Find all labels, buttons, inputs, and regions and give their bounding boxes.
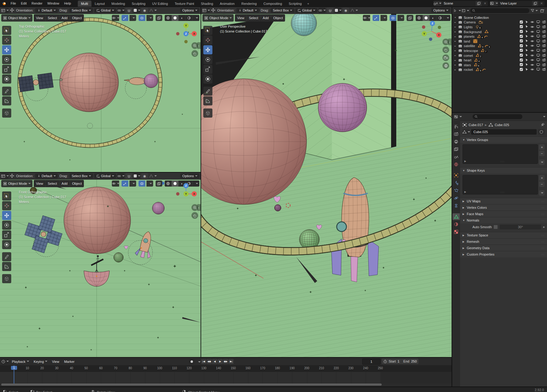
auto-keying-record-button[interactable] bbox=[188, 359, 195, 364]
outliner-row-camera[interactable]: ▸Camera bbox=[452, 20, 547, 25]
outliner-row-land[interactable]: ▸land bbox=[452, 39, 547, 44]
section-header[interactable]: ▶Face Maps:::: bbox=[460, 211, 547, 217]
timeline-menu-view[interactable]: View bbox=[50, 359, 61, 364]
tool-rotate[interactable] bbox=[2, 55, 11, 64]
play-button[interactable]: ▶ bbox=[218, 359, 223, 364]
falloff-dropdown[interactable] bbox=[350, 8, 358, 13]
sphere-object[interactable] bbox=[274, 205, 281, 211]
outliner-row-comet[interactable]: ▸comet2 bbox=[452, 53, 547, 58]
pin-id-icon[interactable] bbox=[541, 123, 545, 127]
swatch-dropdown[interactable] bbox=[335, 8, 341, 13]
checkbox-icon[interactable] bbox=[520, 53, 523, 57]
menu-edit[interactable]: Edit bbox=[19, 1, 29, 6]
expand-arrow-icon[interactable]: ▸ bbox=[455, 40, 458, 43]
properties-tab-scene[interactable] bbox=[452, 153, 460, 160]
scene-selector[interactable]: Scene ✕ bbox=[433, 1, 488, 6]
viewport-front-orthographic[interactable]: Orientation:DefaultDrag:Select BoxGlobal… bbox=[0, 173, 201, 357]
expand-arrow-icon[interactable]: ▸ bbox=[455, 45, 458, 47]
hide-viewport-icon[interactable] bbox=[530, 25, 534, 29]
expand-arrow-icon[interactable]: ▸ bbox=[455, 54, 458, 57]
view-layer-icon[interactable] bbox=[490, 1, 498, 6]
magnet-snap-toggle[interactable] bbox=[126, 8, 132, 13]
tool-add-cube[interactable] bbox=[2, 274, 11, 283]
disable-render-icon[interactable] bbox=[542, 58, 546, 62]
end-frame-field[interactable]: 250 bbox=[411, 359, 417, 363]
workspace-tab-animation[interactable]: Animation bbox=[216, 1, 238, 7]
outliner-row-telescope[interactable]: ▸telescope7 bbox=[452, 48, 547, 53]
workspace-tab-texture-paint[interactable]: Texture Paint bbox=[171, 1, 198, 7]
section-header[interactable]: ▶Vertex Colors:::: bbox=[460, 205, 547, 211]
tool-rotate[interactable] bbox=[2, 221, 11, 230]
scene-unlink-button[interactable]: ✕ bbox=[482, 1, 488, 6]
breadcrumb-object[interactable]: Cube.017 bbox=[469, 123, 483, 127]
scene-copy-button[interactable] bbox=[476, 1, 482, 6]
toggle-perspective-button[interactable] bbox=[442, 62, 449, 69]
proportional-editing-toggle[interactable]: ◉ bbox=[141, 8, 148, 13]
section-header[interactable]: ▶Remesh:::: bbox=[460, 239, 547, 245]
blender-logo-icon[interactable] bbox=[2, 2, 6, 5]
section-header[interactable]: ▶Custom Properties:::: bbox=[460, 251, 547, 257]
snap-target-button[interactable] bbox=[117, 173, 124, 179]
selectable-icon[interactable] bbox=[525, 68, 528, 72]
navigation-gizmo[interactable]: ZXY bbox=[420, 19, 443, 42]
disable-viewport-icon[interactable] bbox=[536, 68, 540, 71]
tool-rotate[interactable] bbox=[203, 55, 212, 64]
new-collection-button[interactable] bbox=[539, 8, 545, 13]
tool-move[interactable] bbox=[2, 45, 11, 54]
properties-tab-render[interactable] bbox=[452, 131, 460, 137]
section-header[interactable]: ▶UV Maps:::: bbox=[460, 198, 547, 204]
disable-render-icon[interactable] bbox=[542, 63, 546, 67]
orientation-dropdown[interactable]: Default bbox=[236, 8, 259, 13]
workspace-tab-modeling[interactable]: Modeling bbox=[108, 1, 129, 7]
outliner-row-heart[interactable]: ▸heart4 bbox=[452, 58, 547, 63]
proportional-editing-toggle[interactable]: ◉ bbox=[342, 8, 349, 13]
selectable-icon[interactable] bbox=[525, 49, 528, 53]
timeline-menu-marker[interactable]: Marker bbox=[62, 359, 77, 364]
section-header[interactable]: ▼Shape Keys:::: bbox=[460, 167, 547, 174]
hide-viewport-icon[interactable] bbox=[530, 68, 534, 71]
disable-render-icon[interactable] bbox=[542, 40, 546, 43]
tool-add-cube[interactable] bbox=[2, 108, 11, 118]
swatch-dropdown[interactable] bbox=[133, 8, 140, 13]
auto-smooth-checkbox[interactable] bbox=[494, 225, 498, 229]
checkbox-icon[interactable] bbox=[520, 58, 523, 62]
expand-arrow-icon[interactable]: ▸ bbox=[455, 26, 458, 28]
outliner-row-stars[interactable]: ▸stars6 bbox=[452, 63, 547, 67]
properties-tab-modifiers[interactable] bbox=[452, 180, 460, 186]
selectable-icon[interactable] bbox=[525, 30, 528, 34]
tool-transform[interactable] bbox=[2, 74, 11, 84]
properties-tab-data[interactable] bbox=[452, 213, 460, 220]
snap-target-button[interactable] bbox=[318, 8, 325, 13]
swatch-dropdown[interactable] bbox=[133, 173, 140, 179]
list-add-button[interactable]: ＋ bbox=[539, 144, 545, 150]
editor-type-button[interactable] bbox=[1, 173, 9, 179]
viewport-user-perspective[interactable]: Orientation:DefaultDrag:Select BoxGlobal… bbox=[201, 7, 452, 357]
fake-user-shield-button[interactable] bbox=[538, 129, 545, 135]
checkbox-icon[interactable] bbox=[520, 44, 523, 48]
add-workspace-button[interactable]: + bbox=[305, 1, 311, 7]
view-layer-remove-button[interactable]: ✕ bbox=[538, 1, 545, 6]
outliner-row-scene-collection[interactable]: ▾Scene Collection bbox=[452, 15, 547, 20]
pivot-dropdown[interactable]: Global bbox=[94, 174, 116, 178]
disable-render-icon[interactable] bbox=[542, 30, 546, 34]
tool-scale[interactable] bbox=[2, 65, 11, 74]
editor-type-button[interactable] bbox=[202, 8, 210, 13]
current-frame-badge[interactable]: 1 bbox=[11, 366, 17, 370]
sidebar-collapse-arrow[interactable]: ‹ bbox=[197, 204, 201, 211]
disable-render-icon[interactable] bbox=[542, 20, 546, 24]
mesh-name-field[interactable]: Cube.025 bbox=[471, 129, 537, 135]
checkbox-icon[interactable] bbox=[520, 63, 523, 67]
next-keyframe-button[interactable]: ◆▶ bbox=[223, 359, 228, 364]
disable-render-icon[interactable] bbox=[542, 35, 546, 38]
hide-viewport-icon[interactable] bbox=[530, 49, 534, 53]
pan-button[interactable] bbox=[191, 212, 198, 219]
properties-search-input[interactable] bbox=[473, 114, 522, 119]
timeline-scrollbar[interactable] bbox=[1, 383, 382, 386]
section-header[interactable]: ▼Vertex Groups:::: bbox=[460, 137, 547, 143]
checkbox-icon[interactable] bbox=[520, 35, 523, 39]
datablock-list[interactable]: ▶::::: bbox=[463, 175, 538, 194]
scene-front-view[interactable] bbox=[0, 180, 201, 357]
selectable-icon[interactable] bbox=[525, 58, 528, 62]
planet-sphere[interactable] bbox=[60, 53, 119, 112]
disable-viewport-icon[interactable] bbox=[536, 35, 540, 38]
